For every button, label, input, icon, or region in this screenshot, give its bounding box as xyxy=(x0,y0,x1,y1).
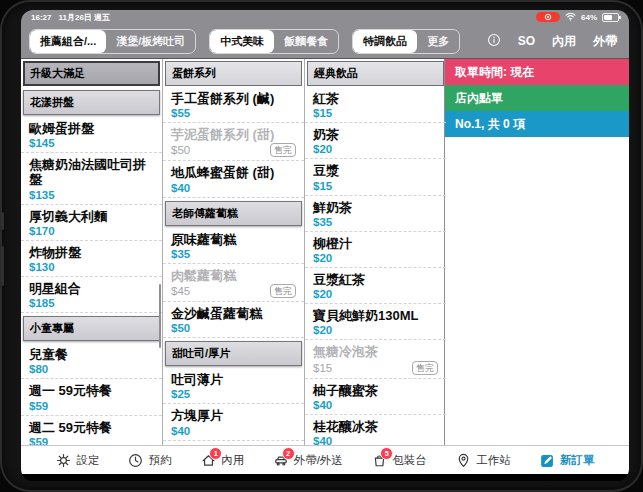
battery-icon xyxy=(602,13,619,22)
menu-item[interactable]: 肉鬆蘿蔔糕$45售完 xyxy=(163,264,304,302)
takeout-toggle[interactable]: 外帶 xyxy=(593,33,617,50)
menu-item[interactable]: 炸物拼盤$130 xyxy=(21,241,162,277)
menu-item[interactable]: 奶茶$20 xyxy=(305,123,446,159)
menu-item[interactable]: 紅茶$15 xyxy=(305,87,446,123)
item-price: $50 xyxy=(171,144,190,156)
item-price: $59 xyxy=(29,400,48,412)
item-name: 無糖冷泡茶 xyxy=(313,344,438,359)
dine-in-toggle[interactable]: 內用 xyxy=(552,33,576,50)
menu-item[interactable]: 手工蛋餅系列 (鹹)$55 xyxy=(163,87,304,123)
pin-icon xyxy=(455,452,471,468)
item-name: 原味蘿蔔糕 xyxy=(171,232,296,247)
order-channel-bar[interactable]: 店內點單 xyxy=(445,85,629,111)
category-header[interactable]: 蛋餅系列 xyxy=(165,61,302,86)
menu-item-list: 花漾拼盤歐姆蛋拼盤$145焦糖奶油法國吐司拼盤$135厚切義大利麵$170炸物拼… xyxy=(21,87,162,445)
status-bar: 16:27 11月26日 週五 64% xyxy=(21,10,629,24)
category-tab-2-0[interactable]: 特調飲品 xyxy=(353,30,417,53)
menu-columns: 升級大滿足花漾拼盤歐姆蛋拼盤$145焦糖奶油法國吐司拼盤$135厚切義大利麵$1… xyxy=(21,59,444,445)
main-content: 升級大滿足花漾拼盤歐姆蛋拼盤$145焦糖奶油法國吐司拼盤$135厚切義大利麵$1… xyxy=(21,59,629,445)
menu-item[interactable]: 週二 59元特餐$59 xyxy=(21,416,162,445)
menu-item[interactable]: 芋泥蛋餅系列 (甜)$50售完 xyxy=(163,123,304,161)
menu-item[interactable]: 焦糖奶油法國吐司拼盤$135 xyxy=(21,153,162,204)
category-tab-1-0[interactable]: 中式美味 xyxy=(210,30,274,53)
house-icon: 1 xyxy=(200,452,216,468)
item-name: 金沙鹹蛋蘿蔔糕 xyxy=(171,306,296,321)
menu-item[interactable]: 地瓜蜂蜜蛋餅 (甜)$40 xyxy=(163,161,304,197)
item-name: 芋泥蛋餅系列 (甜) xyxy=(171,127,296,142)
menu-item[interactable]: 原味蘿蔔糕$35 xyxy=(163,228,304,264)
clock-time: 16:27 xyxy=(31,13,51,22)
tab-groups: 推薦組合/...漢堡/板烤吐司中式美味飯麵餐食特調飲品更多 xyxy=(29,29,460,54)
screen-recording-icon[interactable] xyxy=(536,12,560,22)
toolbar-pencil-button[interactable]: 新訂單 xyxy=(539,452,595,468)
item-price: $130 xyxy=(29,261,55,273)
item-price: $15 xyxy=(313,107,332,119)
category-header[interactable]: 經典飲品 xyxy=(307,61,444,86)
menu-item[interactable]: 柳橙汁$20 xyxy=(305,232,446,268)
menu-item[interactable]: 方塊厚片$40 xyxy=(163,404,304,440)
menu-item[interactable]: 兒童餐$80 xyxy=(21,343,162,379)
item-price: $15 xyxy=(313,362,332,374)
item-name: 鮮奶茶 xyxy=(313,200,438,215)
sold-out-badge: 售完 xyxy=(270,143,296,157)
toolbar: 設定預約1內用2外帶/外送5包裝台工作站新訂單 xyxy=(21,445,629,474)
menu-item[interactable]: 明星組合$185 xyxy=(21,277,162,313)
menu-item[interactable]: 吐司薄片$25 xyxy=(163,368,304,404)
volume-down-button[interactable] xyxy=(1,246,4,286)
category-nav-bar: 推薦組合/...漢堡/板烤吐司中式美味飯麵餐食特調飲品更多 SO 內用 外帶 xyxy=(21,24,629,59)
toolbar-house-button[interactable]: 1內用 xyxy=(200,452,244,468)
menu-item[interactable]: 鮮奶茶$35 xyxy=(305,196,446,232)
item-price: $20 xyxy=(313,288,332,300)
menu-item[interactable]: 桂花釀冰茶$40 xyxy=(305,415,446,445)
toolbar-label: 新訂單 xyxy=(560,453,595,468)
menu-item[interactable]: 歐姆蛋拼盤$145 xyxy=(21,117,162,153)
category-header[interactable]: 升級大滿足 xyxy=(23,61,160,86)
menu-item[interactable]: 柚子釀蜜茶$40 xyxy=(305,379,446,415)
toolbar-gear-button[interactable]: 設定 xyxy=(55,452,99,468)
menu-item[interactable]: 寶貝純鮮奶130ML$20 xyxy=(305,304,446,340)
item-name: 厚切義大利麵 xyxy=(29,209,154,224)
item-name: 紅茶 xyxy=(313,91,438,106)
item-price: $40 xyxy=(171,182,190,194)
item-price: $15 xyxy=(313,180,332,192)
menu-item[interactable]: 豆漿紅茶$20 xyxy=(305,268,446,304)
item-name: 奶茶 xyxy=(313,127,438,142)
toolbar-label: 預約 xyxy=(149,453,172,468)
tab-group: 特調飲品更多 xyxy=(352,29,460,54)
toolbar-label: 工作站 xyxy=(476,453,511,468)
menu-item[interactable]: 厚切義大利麵$170 xyxy=(21,205,162,241)
category-tab-0-1[interactable]: 漢堡/板烤吐司 xyxy=(106,30,195,53)
order-summary-bar[interactable]: No.1, 共 0 項 xyxy=(445,111,629,137)
menu-item[interactable]: 山形厚片$50 xyxy=(163,441,304,445)
section-header: 甜吐司/厚片 xyxy=(165,341,302,366)
menu-item[interactable]: 豆漿$15 xyxy=(305,159,446,195)
item-price: $25 xyxy=(171,388,190,400)
wifi-icon xyxy=(565,12,576,23)
menu-item-list: 紅茶$15奶茶$20豆漿$15鮮奶茶$35柳橙汁$20豆漿紅茶$20寶貝純鮮奶1… xyxy=(305,87,446,445)
item-price: $170 xyxy=(29,225,55,237)
info-icon[interactable] xyxy=(487,33,501,50)
order-summary-label: No.1, 共 0 項 xyxy=(455,116,525,133)
toolbar-car-button[interactable]: 2外帶/外送 xyxy=(273,452,343,468)
menu-item[interactable]: 無糖冷泡茶$15售完 xyxy=(305,340,446,378)
volume-up-button[interactable] xyxy=(1,212,4,230)
toolbar-clock-button[interactable]: 預約 xyxy=(128,452,172,468)
pickup-time-bar[interactable]: 取單時間: 現在 xyxy=(445,59,629,85)
toolbar-bag-button[interactable]: 5包裝台 xyxy=(371,452,427,468)
pencil-icon xyxy=(539,452,555,468)
category-tab-2-1[interactable]: 更多 xyxy=(417,30,459,53)
scrollbar-thumb[interactable] xyxy=(159,284,161,348)
toolbar-pin-button[interactable]: 工作站 xyxy=(455,452,511,468)
section-header: 老師傅蘿蔔糕 xyxy=(165,201,302,226)
menu-item[interactable]: 週一 59元特餐$59 xyxy=(21,379,162,415)
section-header: 小童專屬 xyxy=(23,316,160,341)
store-code[interactable]: SO xyxy=(518,34,535,48)
menu-item[interactable]: 金沙鹹蛋蘿蔔糕$50 xyxy=(163,302,304,338)
toolbar-label: 內用 xyxy=(221,453,244,468)
item-price: $55 xyxy=(171,107,190,119)
category-tab-1-1[interactable]: 飯麵餐食 xyxy=(274,30,338,53)
bottom-bezel-gap xyxy=(21,474,629,481)
category-tab-0-0[interactable]: 推薦組合/... xyxy=(30,30,106,53)
item-price: $59 xyxy=(29,436,48,445)
toolbar-label: 包裝台 xyxy=(392,453,427,468)
